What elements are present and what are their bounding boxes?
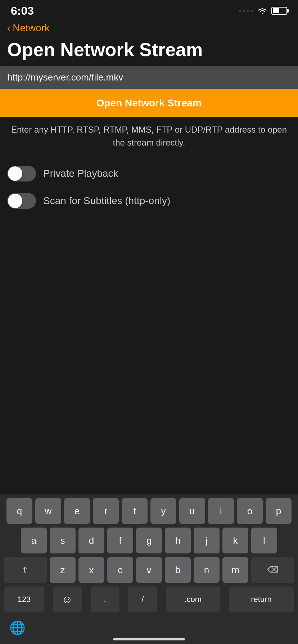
battery-icon [271,7,287,15]
key-t[interactable]: t [122,498,148,524]
key-j[interactable]: j [194,528,220,553]
key-r[interactable]: r [93,498,119,524]
nav-back-button[interactable]: ‹ Network [0,19,298,38]
globe-icon[interactable]: 🌐 [9,620,26,635]
key-o[interactable]: o [237,498,263,524]
delete-icon: ⌫ [267,565,279,575]
page-title: Open Network Stream [0,38,298,66]
key-return[interactable]: return [229,586,294,612]
key-f[interactable]: f [107,528,133,553]
key-emoji[interactable]: ☺ [53,586,82,612]
key-g[interactable]: g [136,528,162,553]
key-l[interactable]: l [251,528,277,553]
key-d[interactable]: d [78,528,104,553]
url-input[interactable] [7,72,291,83]
key-b[interactable]: b [165,557,191,583]
description-text: Enter any HTTP, RTSP, RTMP, MMS, FTP or … [0,117,298,153]
key-y[interactable]: y [150,498,176,524]
keyboard-row-bottom: 123 ☺ . / .com return [2,586,296,615]
scan-subtitles-toggle[interactable] [7,193,36,209]
open-network-stream-button[interactable]: Open Network Stream [0,89,298,117]
key-u[interactable]: u [179,498,205,524]
status-bar: 6:03 [0,0,298,19]
key-w[interactable]: w [35,498,61,524]
key-k[interactable]: k [222,528,248,553]
status-icons [239,7,287,15]
signal-icon [239,10,253,12]
key-z[interactable]: z [50,557,76,583]
keyboard-row-2: a s d f g h j k l [2,528,296,553]
key-e[interactable]: e [64,498,90,524]
private-playback-row[interactable]: Private Playback [7,160,291,187]
toggle-thumb-2 [8,194,22,208]
scan-subtitles-row[interactable]: Scan for Subtitles (http-only) [7,187,291,215]
key-s[interactable]: s [50,528,76,553]
home-indicator [113,638,185,640]
keyboard-row-3: ⇧ z x c v b n m ⌫ [2,557,296,583]
key-period[interactable]: . [91,586,119,612]
url-input-container[interactable] [0,66,298,89]
key-a[interactable]: a [21,528,47,553]
key-n[interactable]: n [194,557,220,583]
keyboard: q w e r t y u i o p a s d f g h j k l ⇧ … [0,494,298,644]
key-i[interactable]: i [208,498,234,524]
key-h[interactable]: h [165,528,191,553]
keyboard-row-1: q w e r t y u i o p [2,498,296,524]
private-playback-label: Private Playback [43,168,118,179]
key-m[interactable]: m [222,557,248,583]
wifi-icon [257,7,268,15]
toggle-section: Private Playback Scan for Subtitles (htt… [0,153,298,222]
status-time: 6:03 [11,4,34,18]
scan-subtitles-label: Scan for Subtitles (http-only) [43,195,170,207]
nav-back-label: Network [13,22,50,34]
key-v[interactable]: v [136,557,162,583]
key-q[interactable]: q [6,498,32,524]
shift-key[interactable]: ⇧ [4,557,47,583]
key-x[interactable]: x [78,557,104,583]
key-dotcom[interactable]: .com [166,586,220,612]
key-p[interactable]: p [266,498,292,524]
back-chevron-icon: ‹ [7,23,10,33]
toggle-thumb [8,166,22,181]
key-numbers[interactable]: 123 [4,586,44,612]
key-slash[interactable]: / [128,586,157,612]
private-playback-toggle[interactable] [7,166,36,181]
key-c[interactable]: c [107,557,133,583]
delete-key[interactable]: ⌫ [251,557,294,583]
